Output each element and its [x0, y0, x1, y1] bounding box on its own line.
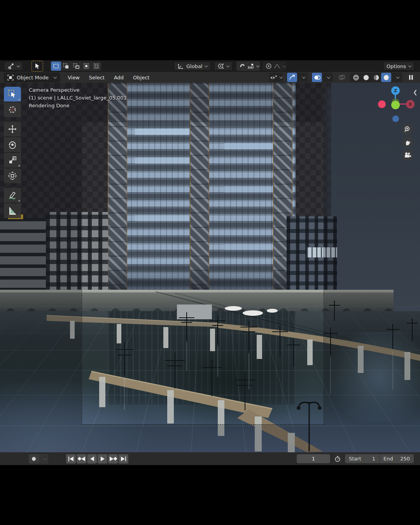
- blender-window: Global: [0, 0, 420, 525]
- camera-frame-border[interactable]: [82, 122, 324, 425]
- object-mode-icon: [7, 75, 14, 80]
- chevron-down-icon: [408, 64, 411, 67]
- select-mode-group: [51, 61, 102, 71]
- gizmo-axis-x-positive[interactable]: X: [406, 100, 415, 108]
- frame-range-group: Start 1 End 250: [345, 454, 414, 463]
- snap-toggle-button[interactable]: [237, 61, 247, 71]
- chevron-down-icon: [256, 64, 259, 67]
- tool-annotate[interactable]: [4, 188, 21, 203]
- gizmo-axis-z-positive[interactable]: Z: [391, 86, 400, 95]
- end-value: 250: [400, 456, 410, 462]
- wireframe-sphere-icon: [353, 74, 359, 81]
- snap-target-dropdown[interactable]: [247, 61, 259, 71]
- play-button[interactable]: [98, 454, 107, 464]
- shading-rendered-button[interactable]: [381, 73, 391, 82]
- menu-view[interactable]: View: [63, 72, 84, 83]
- pan-button[interactable]: [402, 136, 413, 148]
- timeline-bar: 1 Start 1 End 250: [0, 452, 420, 465]
- shading-wireframe-button[interactable]: [351, 73, 361, 82]
- proportional-edit-group: [263, 61, 286, 71]
- xray-toggle[interactable]: [337, 73, 347, 82]
- chevron-down-icon: [396, 75, 399, 78]
- move-icon: [8, 125, 17, 133]
- tool-scale[interactable]: [4, 153, 21, 168]
- overlays-toggle-group: [311, 73, 333, 82]
- pivot-point-dropdown[interactable]: [214, 61, 233, 71]
- view-name-text: Camera Perspective: [29, 86, 127, 94]
- tool-move[interactable]: [4, 122, 21, 136]
- gizmo-axis-z-negative[interactable]: [392, 116, 399, 122]
- select-box-cursor-icon: [34, 63, 40, 69]
- mode-label: Object Mode: [17, 75, 49, 80]
- overlays-icon: [314, 75, 320, 80]
- toolbar: [4, 87, 21, 218]
- auto-key-dropdown[interactable]: [39, 454, 48, 464]
- visibility-dropdown[interactable]: [269, 73, 283, 82]
- overlays-toggle[interactable]: [312, 73, 322, 82]
- material-sphere-icon: [373, 74, 380, 81]
- xray-icon: [339, 75, 345, 80]
- sidebar-toggle-arrow[interactable]: ❮: [413, 89, 418, 95]
- tool-measure[interactable]: [4, 203, 21, 218]
- proportional-edit-toggle[interactable]: [264, 61, 274, 71]
- chevron-down-icon: [283, 64, 286, 67]
- magnet-icon: [239, 63, 245, 69]
- end-frame-field[interactable]: End 250: [380, 456, 414, 462]
- proportional-falloff-dropdown[interactable]: [274, 61, 285, 71]
- active-object-text: (1) scene | LALLC_Soviet_large_05.001: [29, 94, 127, 102]
- gizmos-toggle[interactable]: [287, 73, 297, 82]
- viewport-3d-icon: [7, 63, 14, 69]
- tool-settings-bar: Global: [0, 60, 420, 72]
- playback-controls: [66, 454, 128, 464]
- select-mode-subtract-button[interactable]: [71, 61, 81, 71]
- camera-view-button[interactable]: [402, 149, 413, 161]
- use-preview-range-button[interactable]: [332, 454, 343, 463]
- pause-icon: [409, 75, 413, 80]
- transform-orientation-dropdown[interactable]: Global: [174, 61, 211, 71]
- jump-to-start-button[interactable]: [66, 454, 76, 464]
- auto-key-button[interactable]: [29, 454, 39, 464]
- mode-dropdown[interactable]: Object Mode: [4, 73, 60, 82]
- active-tool-indicator[interactable]: [32, 61, 43, 72]
- orientation-label: Global: [186, 63, 202, 69]
- annotate-pencil-icon: [8, 191, 17, 200]
- start-frame-field[interactable]: Start 1: [345, 456, 379, 462]
- select-mode-extend-button[interactable]: [61, 61, 71, 71]
- tool-rotate[interactable]: [4, 137, 21, 152]
- tool-select-box[interactable]: [4, 87, 21, 102]
- camera-icon: [404, 152, 411, 159]
- overlays-dropdown[interactable]: [322, 73, 332, 82]
- current-frame-field[interactable]: 1: [297, 454, 330, 463]
- editor-type-selector[interactable]: [4, 61, 23, 71]
- tool-cursor-3d[interactable]: [4, 102, 21, 117]
- proportional-edit-icon: [266, 63, 272, 69]
- hand-icon: [404, 139, 411, 146]
- shading-dropdown[interactable]: [391, 73, 401, 82]
- select-mode-set-button[interactable]: [51, 61, 61, 71]
- render-pause-button[interactable]: [406, 73, 416, 82]
- gizmo-axis-x-negative[interactable]: [378, 100, 386, 108]
- start-value: 1: [372, 456, 375, 462]
- current-frame-value: 1: [312, 456, 315, 462]
- jump-to-end-button[interactable]: [119, 454, 128, 464]
- shading-solid-button[interactable]: [361, 73, 371, 82]
- select-mode-intersect-button[interactable]: [91, 61, 102, 71]
- tool-transform[interactable]: [4, 168, 21, 183]
- chevron-down-icon: [327, 75, 330, 78]
- options-dropdown[interactable]: Options: [383, 61, 415, 71]
- gizmo-axis-y-positive[interactable]: [391, 101, 400, 109]
- shading-material-button[interactable]: [371, 73, 381, 82]
- gizmos-dropdown[interactable]: [297, 73, 307, 82]
- select-mode-invert-button[interactable]: [81, 61, 91, 71]
- menu-object[interactable]: Object: [128, 72, 154, 83]
- menu-select[interactable]: Select: [84, 72, 109, 83]
- chevron-down-icon: [302, 75, 305, 78]
- play-reverse-button[interactable]: [87, 454, 97, 464]
- next-keyframe-button[interactable]: [108, 454, 118, 464]
- menu-add[interactable]: Add: [109, 72, 128, 83]
- previous-keyframe-button[interactable]: [77, 454, 86, 464]
- zoom-button[interactable]: [402, 124, 413, 135]
- stopwatch-icon: [334, 456, 341, 462]
- magnifier-icon: [404, 126, 411, 133]
- viewport-3d[interactable]: Camera Perspective (1) scene | LALLC_Sov…: [0, 83, 420, 452]
